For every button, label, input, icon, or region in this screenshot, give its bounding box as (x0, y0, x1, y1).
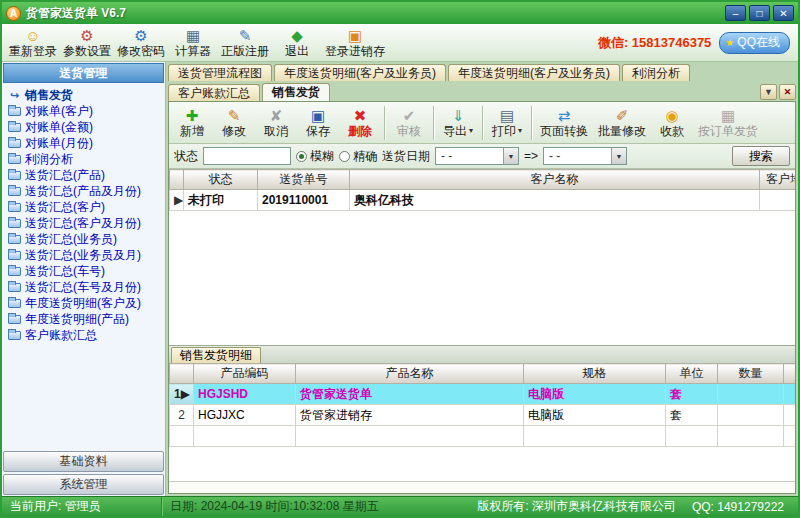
sidebar-item-summary-customer[interactable]: 送货汇总(客户) (8, 199, 164, 215)
maximize-button[interactable]: □ (749, 5, 770, 21)
export-button[interactable]: ⇓ 导出▾ (437, 103, 479, 143)
column-header-product-code[interactable]: 产品编码 (194, 364, 296, 384)
main-area: 送货管理 ↪ 销售发货 对账单(客户) 对账单(金额) 对账单(月份) (2, 62, 798, 496)
audit-button[interactable]: ✔ 审核 (388, 103, 430, 143)
date-from-select[interactable]: - - ▼ (435, 147, 519, 165)
delete-button[interactable]: ✖ 删除 (339, 103, 381, 143)
cell-extra (784, 405, 796, 426)
tab-customer-account-summary[interactable]: 客户账款汇总 (168, 84, 260, 101)
sidebar-item-statement-customer[interactable]: 对账单(客户) (8, 103, 164, 119)
cell-product-name: 货管家送货单 (296, 384, 524, 405)
column-header-address[interactable]: 客户地址 (760, 170, 796, 190)
order-row[interactable]: ▶ 未打印 2019110001 奥科亿科技 (170, 190, 796, 211)
column-header-customer[interactable]: 客户名称 (350, 170, 760, 190)
tab-sales-delivery[interactable]: 销售发货 (262, 83, 330, 101)
column-header-product-name[interactable]: 产品名称 (296, 364, 524, 384)
qq-online-button[interactable]: ★ QQ在线 (719, 32, 790, 54)
add-button[interactable]: ✚ 新增 (171, 103, 213, 143)
register-button[interactable]: ✎ 正版注册 (218, 25, 272, 61)
sidebar-item-label: 送货汇总(客户及月份) (25, 215, 141, 232)
sidebar-item-summary-product[interactable]: 送货汇总(产品) (8, 167, 164, 183)
register-icon: ✎ (239, 27, 252, 44)
detail-grid-bottom-strip (169, 481, 795, 493)
sidebar: 送货管理 ↪ 销售发货 对账单(客户) 对账单(金额) 对账单(月份) (2, 62, 166, 496)
collect-payment-button[interactable]: ◉ 收款 (651, 103, 693, 143)
sidebar-item-statement-amount[interactable]: 对账单(金额) (8, 119, 164, 135)
app-logo-icon: A (6, 6, 21, 21)
page-convert-button[interactable]: ⇄ 页面转换 (535, 103, 593, 143)
detail-row[interactable]: 1▶ HGJSHD 货管家送货单 电脑版 套 (170, 384, 796, 405)
sidebar-item-summary-truck[interactable]: 送货汇总(车号) (8, 263, 164, 279)
content-area: 送货管理流程图 年度送货明细(客户及业务员) 年度送货明细(客户及业务员) 利润… (166, 62, 798, 496)
coins-icon: ◉ (665, 107, 678, 124)
status-filter-input[interactable] (203, 147, 291, 165)
password-gear-icon: ⚙ (134, 27, 147, 44)
exit-icon: ◆ (291, 27, 303, 44)
tab-profit-analysis[interactable]: 利润分析 (622, 64, 690, 81)
tab-sales-delivery-detail[interactable]: 销售发货明细 (171, 347, 261, 363)
sidebar-group-basic-data[interactable]: 基础资料 (3, 451, 164, 472)
tab-annual-detail-2[interactable]: 年度送货明细(客户及业务员) (448, 64, 620, 81)
sidebar-item-statement-month[interactable]: 对账单(月份) (8, 135, 164, 151)
save-button[interactable]: ▣ 保存 (297, 103, 339, 143)
sidebar-item-sales-delivery[interactable]: ↪ 销售发货 (8, 87, 164, 103)
column-header-qty[interactable]: 数量 (718, 364, 784, 384)
tab-list-dropdown-button[interactable]: ▼ (760, 84, 777, 100)
sidebar-item-annual-detail-customer[interactable]: 年度送货明细(客户及) (8, 295, 164, 311)
sidebar-item-label: 送货汇总(车号) (25, 263, 105, 280)
detail-row[interactable]: 2 HGJJXC 货管家进销存 电脑版 套 (170, 405, 796, 426)
sidebar-item-annual-detail-product[interactable]: 年度送货明细(产品) (8, 311, 164, 327)
date-to-select[interactable]: - - ▼ (543, 147, 627, 165)
sidebar-item-label: 利润分析 (25, 151, 73, 168)
minimize-button[interactable]: – (725, 5, 746, 21)
ship-by-order-button[interactable]: ▦ 按订单发货 (693, 103, 763, 143)
tab-close-button[interactable]: ✕ (779, 84, 796, 100)
settings-button[interactable]: ⚙ 参数设置 (60, 25, 114, 61)
folder-icon (8, 139, 21, 148)
tab-controls: ▼ ✕ (760, 84, 796, 101)
folder-icon (8, 155, 21, 164)
titlebar: A 货管家送货单 V6.7 – □ ✕ (2, 2, 798, 24)
main-toolbar: ☺ 重新登录 ⚙ 参数设置 ⚙ 修改密码 ▦ 计算器 ✎ 正版注册 ◆ 退出 ▣… (2, 24, 798, 62)
column-header-status[interactable]: 状态 (184, 170, 258, 190)
active-arrow-icon: ↪ (8, 89, 21, 102)
change-password-button[interactable]: ⚙ 修改密码 (114, 25, 168, 61)
relogin-button[interactable]: ☺ 重新登录 (6, 25, 60, 61)
folder-icon (8, 171, 21, 180)
search-button[interactable]: 搜索 (732, 146, 790, 166)
cell-unit: 套 (666, 384, 718, 405)
close-button[interactable]: ✕ (773, 5, 794, 21)
sidebar-item-summary-salesman-month[interactable]: 送货汇总(业务员及月) (8, 247, 164, 263)
sidebar-item-summary-truck-month[interactable]: 送货汇总(车号及月份) (8, 279, 164, 295)
login-erp-button[interactable]: ▣ 登录进销存 (322, 25, 388, 61)
collect-payment-label: 收款 (660, 124, 684, 138)
sidebar-item-label: 销售发货 (25, 87, 73, 104)
exact-match-option[interactable]: 精确 (339, 148, 377, 165)
exit-label: 退出 (285, 44, 309, 58)
exact-radio[interactable] (339, 151, 350, 162)
column-header-unit[interactable]: 单位 (666, 364, 718, 384)
cancel-button[interactable]: ✘ 取消 (255, 103, 297, 143)
print-button[interactable]: ▤ 打印▾ (486, 103, 528, 143)
fuzzy-match-option[interactable]: 模糊 (296, 148, 334, 165)
export-label: 导出 (443, 124, 467, 138)
sidebar-item-summary-salesman[interactable]: 送货汇总(业务员) (8, 231, 164, 247)
modify-button[interactable]: ✎ 修改 (213, 103, 255, 143)
sidebar-item-label: 年度送货明细(产品) (25, 311, 129, 328)
fuzzy-radio[interactable] (296, 151, 307, 162)
batch-edit-button[interactable]: ✐ 批量修改 (593, 103, 651, 143)
column-header-spec[interactable]: 规格 (524, 364, 666, 384)
sidebar-item-profit-analysis[interactable]: 利润分析 (8, 151, 164, 167)
current-user-status: 当前用户: 管理员 (2, 497, 162, 516)
sidebar-item-customer-account-summary[interactable]: 客户账款汇总 (8, 327, 164, 343)
sidebar-group-system-management[interactable]: 系统管理 (3, 474, 164, 495)
sidebar-item-summary-product-month[interactable]: 送货汇总(产品及月份) (8, 183, 164, 199)
calculator-button[interactable]: ▦ 计算器 (168, 25, 218, 61)
tab-annual-detail-1[interactable]: 年度送货明细(客户及业务员) (274, 64, 446, 81)
chevron-down-icon: ▼ (611, 148, 626, 164)
tab-delivery-flowchart[interactable]: 送货管理流程图 (168, 64, 272, 81)
exit-button[interactable]: ◆ 退出 (272, 25, 322, 61)
cell-product-name: 货管家进销存 (296, 405, 524, 426)
column-header-order-no[interactable]: 送货单号 (258, 170, 350, 190)
sidebar-item-summary-customer-month[interactable]: 送货汇总(客户及月份) (8, 215, 164, 231)
